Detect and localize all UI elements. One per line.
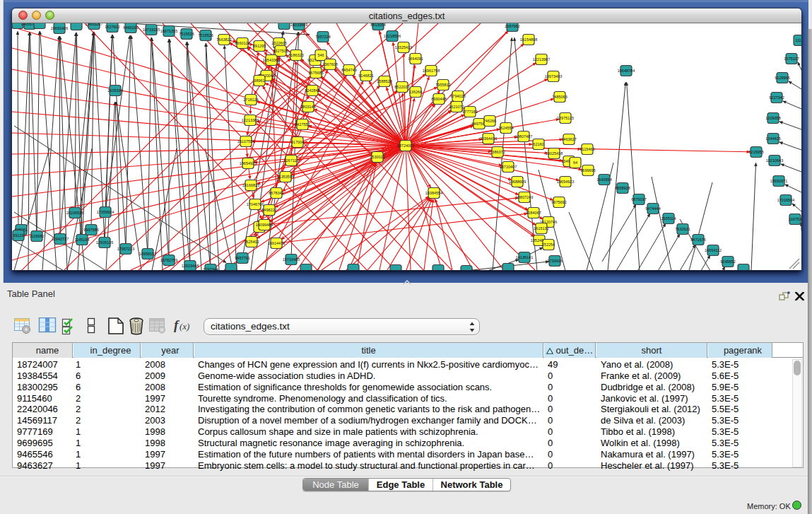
- svg-text:2087682: 2087682: [505, 24, 519, 28]
- svg-text:(x): (x): [180, 321, 189, 332]
- svg-text:19218506: 19218506: [384, 34, 401, 38]
- svg-text:2605334: 2605334: [107, 88, 122, 93]
- svg-text:16914479: 16914479: [268, 241, 285, 245]
- svg-text:11353594: 11353594: [277, 175, 294, 179]
- svg-text:9327506: 9327506: [273, 49, 288, 53]
- svg-text:1292344: 1292344: [203, 267, 218, 270]
- svg-text:17957223: 17957223: [117, 247, 134, 251]
- svg-text:13325419: 13325419: [395, 45, 412, 49]
- svg-text:10653267: 10653267: [86, 23, 102, 26]
- svg-text:7955812: 7955812: [435, 83, 450, 87]
- svg-text:12975115: 12975115: [557, 116, 574, 120]
- svg-text:10807487: 10807487: [515, 134, 532, 139]
- svg-text:7632621: 7632621: [675, 227, 690, 231]
- svg-text:f: f: [174, 317, 180, 332]
- svg-text:1621072: 1621072: [449, 105, 464, 109]
- svg-text:20206536: 20206536: [66, 211, 83, 215]
- svg-text:18724007: 18724007: [397, 144, 414, 148]
- svg-text:10719155: 10719155: [143, 28, 160, 32]
- svg-text:12923448: 12923448: [182, 264, 199, 268]
- svg-text:12942737: 12942737: [52, 237, 69, 241]
- svg-text:1588520: 1588520: [377, 79, 392, 83]
- svg-text:746266: 746266: [483, 119, 496, 123]
- svg-text:64: 64: [573, 160, 577, 165]
- svg-text:20364436: 20364436: [480, 136, 497, 141]
- svg-text:16033809: 16033809: [290, 23, 307, 27]
- svg-text:9242848: 9242848: [305, 88, 319, 93]
- svg-text:1115682: 1115682: [30, 234, 45, 238]
- svg-text:10973493: 10973493: [545, 74, 562, 78]
- svg-text:136264: 136264: [409, 90, 422, 94]
- svg-text:10958107: 10958107: [139, 252, 156, 256]
- svg-text:19654923: 19654923: [557, 180, 574, 184]
- svg-text:1145194: 1145194: [74, 238, 89, 242]
- svg-text:6466160: 6466160: [123, 25, 138, 30]
- svg-text:9997586: 9997586: [83, 228, 98, 232]
- svg-text:62160: 62160: [533, 142, 543, 146]
- svg-text:10210643: 10210643: [766, 158, 783, 163]
- svg-text:2322605: 2322605: [271, 41, 286, 45]
- svg-text:8186323: 8186323: [288, 53, 303, 57]
- svg-text:1112: 1112: [795, 38, 801, 42]
- svg-text:3267110: 3267110: [283, 158, 298, 163]
- svg-text:10688609: 10688609: [509, 180, 526, 184]
- svg-text:9463627: 9463627: [561, 137, 576, 141]
- svg-text:17046766: 17046766: [247, 202, 264, 206]
- svg-text:8471676: 8471676: [690, 238, 705, 242]
- svg-text:14099489: 14099489: [256, 223, 273, 227]
- svg-text:6879197: 6879197: [631, 197, 646, 201]
- svg-text:12213389: 12213389: [242, 118, 259, 122]
- svg-text:7515526: 7515526: [179, 32, 194, 36]
- svg-text:1209358: 1209358: [765, 116, 780, 120]
- svg-text:8215955: 8215955: [748, 150, 763, 154]
- svg-text:8813054: 8813054: [370, 23, 385, 27]
- svg-text:8678342: 8678342: [269, 191, 283, 195]
- svg-text:16648784: 16648784: [618, 69, 635, 73]
- svg-text:9129966: 9129966: [775, 76, 789, 80]
- svg-text:1575107: 1575107: [784, 57, 799, 61]
- svg-text:9474444: 9474444: [645, 206, 660, 211]
- svg-text:8958928: 8958928: [615, 186, 630, 190]
- svg-text:16107554: 16107554: [237, 139, 254, 144]
- svg-text:16543362: 16543362: [263, 58, 280, 62]
- svg-text:9084067: 9084067: [526, 211, 541, 215]
- svg-text:16961758: 16961758: [423, 69, 440, 73]
- svg-text:8427552: 8427552: [295, 122, 310, 127]
- svg-text:9227342: 9227342: [769, 95, 784, 100]
- svg-text:19166825: 19166825: [242, 183, 259, 187]
- svg-text:98961: 98961: [254, 78, 264, 83]
- svg-text:3624554: 3624554: [498, 126, 513, 130]
- svg-text:1615132: 1615132: [534, 226, 548, 230]
- svg-text:7515526: 7515526: [198, 33, 213, 37]
- svg-text:8660124: 8660124: [235, 41, 249, 45]
- svg-text:7663822: 7663822: [216, 37, 231, 42]
- svg-text:2803144: 2803144: [300, 105, 315, 109]
- svg-text:17016504: 17016504: [777, 198, 794, 202]
- svg-text:12213967: 12213967: [533, 57, 550, 62]
- svg-text:19654925: 19654925: [240, 161, 257, 165]
- svg-text:8454749: 8454749: [341, 68, 356, 72]
- svg-text:546: 546: [317, 53, 324, 57]
- svg-text:9975692: 9975692: [551, 200, 566, 204]
- svg-text:1733426: 1733426: [547, 259, 562, 263]
- svg-text:2367608: 2367608: [322, 62, 337, 66]
- svg-text:39129: 39129: [13, 233, 23, 238]
- svg-text:18807249: 18807249: [516, 195, 533, 199]
- svg-text:7485063: 7485063: [552, 95, 567, 99]
- svg-text:12505135: 12505135: [96, 240, 113, 245]
- svg-text:7357224: 7357224: [315, 35, 330, 39]
- svg-text:8522037: 8522037: [394, 85, 409, 89]
- svg-text:9245652: 9245652: [720, 259, 735, 264]
- svg-text:15720407: 15720407: [500, 165, 517, 169]
- svg-text:15692971: 15692971: [770, 179, 787, 183]
- svg-text:16154808: 16154808: [520, 37, 537, 42]
- svg-text:9457791: 9457791: [235, 256, 249, 260]
- svg-text:1640954: 1640954: [596, 177, 611, 182]
- svg-text:19384554: 19384554: [425, 191, 442, 195]
- svg-text:16671355: 16671355: [160, 29, 177, 33]
- svg-text:9146821: 9146821: [358, 74, 373, 78]
- svg-text:1527602: 1527602: [105, 25, 119, 29]
- svg-text:1664091: 1664091: [408, 57, 423, 61]
- svg-text:5498222: 5498222: [261, 208, 276, 212]
- svg-text:20691406: 20691406: [51, 26, 68, 30]
